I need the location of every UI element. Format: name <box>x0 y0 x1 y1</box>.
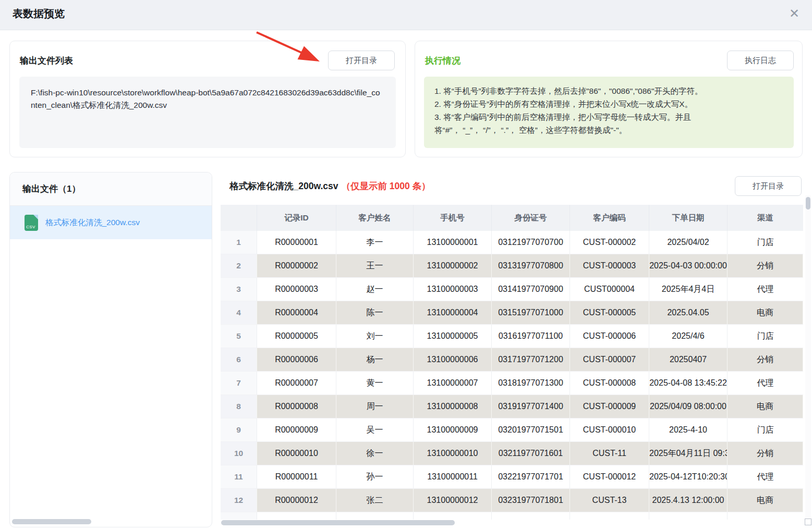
output-files-header: 输出文件（1） <box>10 172 212 206</box>
table-cell: CUST-000002 <box>570 231 649 254</box>
table-row: 12R00000012张二1310000001203231977071801CU… <box>221 489 803 512</box>
table-cell <box>257 512 336 520</box>
table-data-preview-modal: 表数据预览 ✕ 输出文件列表 打开目录 F:\fish-pc-win10\res… <box>0 0 812 530</box>
table-row: 4R00000004陈一1310000000403151977071000CUS… <box>221 301 803 325</box>
open-directory-button[interactable]: 打开目录 <box>328 51 395 70</box>
table-row: 6R00000006杨一1310000000603171977071200CUS… <box>221 348 803 372</box>
table-cell: 03141977070900 <box>492 278 570 301</box>
table-row: 11R00000011孙一1310000001103221977071701CU… <box>221 465 803 489</box>
table-cell: 代理 <box>728 372 803 395</box>
table-cell: R00000003 <box>257 278 336 301</box>
table-cell: 13100000003 <box>414 278 492 301</box>
table-row <box>221 512 803 520</box>
table-cell: R00000001 <box>257 231 336 254</box>
execution-log-button[interactable]: 执行日志 <box>727 51 794 70</box>
corner-header-cell <box>221 205 257 231</box>
table-row: 3R00000003赵一1310000000303141977070900CUS… <box>221 278 803 301</box>
table-row: 8R00000008周一1310000000803191977071400CUS… <box>221 395 803 418</box>
table-cell: 吴一 <box>336 418 414 442</box>
execution-step: 3. 将“客户编码”列中的前后空格清理掉，把小写字母统一转成大写。并且 <box>434 110 783 124</box>
table-cell: 徐一 <box>336 442 414 465</box>
table-cell: CUST-000008 <box>570 372 649 395</box>
table-cell: 2025-04-08 13:45:22 <box>649 372 728 395</box>
table-horizontal-scrollbar[interactable] <box>221 520 455 525</box>
table-cell: 13100000001 <box>414 231 492 254</box>
table-cell: 黄一 <box>336 372 414 395</box>
table-cell: 03161977071100 <box>492 325 570 348</box>
column-header: 手机号 <box>414 205 492 231</box>
table-cell: 03201977071501 <box>492 418 570 442</box>
table-scroll-area: 记录ID 客户姓名 手机号 身份证号 客户编码 下单日期 渠道 1R000000… <box>221 205 803 520</box>
table-cell: 03171977071200 <box>492 348 570 372</box>
table-cell: 周一 <box>336 395 414 418</box>
table-cell: 2025/04/09 08:00:00 <box>649 395 728 418</box>
scrollbar-corner <box>805 519 811 525</box>
data-table: 记录ID 客户姓名 手机号 身份证号 客户编码 下单日期 渠道 1R000000… <box>221 205 803 520</box>
table-cell: R00000002 <box>257 254 336 278</box>
table-cell: CUST-000009 <box>570 395 649 418</box>
table-row: 9R00000009吴一1310000000903201977071501CUS… <box>221 418 803 442</box>
table-cell: R00000010 <box>257 442 336 465</box>
table-cell: CUST000004 <box>570 278 649 301</box>
table-cell: 13100000002 <box>414 254 492 278</box>
open-directory-button-table[interactable]: 打开目录 <box>735 176 802 196</box>
file-list-item-selected[interactable]: CSV 格式标准化清洗_200w.csv <box>10 206 212 239</box>
row-number-cell: 7 <box>221 372 257 395</box>
table-cell: 赵一 <box>336 278 414 301</box>
row-number-cell: 10 <box>221 442 257 465</box>
sidebar-horizontal-scrollbar[interactable] <box>12 519 91 524</box>
column-header: 身份证号 <box>492 205 570 231</box>
table-cell: CUST-000003 <box>570 254 649 278</box>
row-number-cell <box>221 512 257 520</box>
row-number-cell: 2 <box>221 254 257 278</box>
row-number-cell: 4 <box>221 301 257 325</box>
table-cell: 03121977070700 <box>492 231 570 254</box>
table-cell: 13100000005 <box>414 325 492 348</box>
table-cell: 2025/04/02 <box>649 231 728 254</box>
table-cell: R00000008 <box>257 395 336 418</box>
vertical-scrollbar-thumb[interactable] <box>806 197 810 209</box>
table-row: 5R00000005刘一1310000000503161977071100CUS… <box>221 325 803 348</box>
page-title: 表数据预览 <box>13 7 65 21</box>
close-icon[interactable]: ✕ <box>785 4 804 23</box>
execution-steps: 1. 将“手机号”列非数字字符去掉，然后去掉"86"，"0086","086"开… <box>424 77 794 148</box>
table-cell: 03231977071801 <box>492 489 570 512</box>
csv-file-icon: CSV <box>25 215 38 231</box>
table-cell <box>570 512 649 520</box>
table-cell: 电商 <box>728 301 803 325</box>
table-cell: 电商 <box>728 395 803 418</box>
table-cell: R00000011 <box>257 465 336 489</box>
table-cell: 2025-04-03 00:00:00 <box>649 254 728 278</box>
column-header: 记录ID <box>257 205 336 231</box>
table-cell: CUST-000007 <box>570 348 649 372</box>
data-preview-panel: 格式标准化清洗_200w.csv（仅显示前 1000 条） 打开目录 记录ID … <box>221 172 803 527</box>
row-number-cell: 11 <box>221 465 257 489</box>
table-cell: 李一 <box>336 231 414 254</box>
column-header: 客户姓名 <box>336 205 414 231</box>
table-cell: 分销 <box>728 254 803 278</box>
table-cell: 门店 <box>728 231 803 254</box>
row-number-cell: 5 <box>221 325 257 348</box>
table-row: 1R00000001李一1310000000103121977070700CUS… <box>221 231 803 254</box>
table-row: 2R00000002王一1310000000203131977070800CUS… <box>221 254 803 278</box>
table-cell: 2025-4-10 <box>649 418 728 442</box>
table-cell: 分销 <box>728 442 803 465</box>
table-row: 7R00000007黄一1310000000703181977071300CUS… <box>221 372 803 395</box>
table-cell <box>336 512 414 520</box>
table-cell: 13100000010 <box>414 442 492 465</box>
table-cell: 03131977070800 <box>492 254 570 278</box>
table-cell: CUST-000010 <box>570 418 649 442</box>
file-name-link[interactable]: 格式标准化清洗_200w.csv <box>45 217 140 228</box>
table-title: 格式标准化清洗_200w.csv（仅显示前 1000 条） <box>229 180 431 192</box>
output-file-list-card: 输出文件列表 打开目录 F:\fish-pc-win10\resource\st… <box>9 41 406 157</box>
table-cell: R00000009 <box>257 418 336 442</box>
execution-step: 将“#”， “_”， “/”， “.”， 空格”，这些字符都替换成"-"。 <box>434 124 783 137</box>
row-number-cell: 12 <box>221 489 257 512</box>
table-cell: 03151977071000 <box>492 301 570 325</box>
table-cell: 王一 <box>336 254 414 278</box>
table-cell: 13100000011 <box>414 465 492 489</box>
table-cell: 13100000004 <box>414 301 492 325</box>
table-cell: 03191977071400 <box>492 395 570 418</box>
output-file-list-title: 输出文件列表 <box>20 55 73 67</box>
table-body: 1R00000001李一1310000000103121977070700CUS… <box>221 231 803 520</box>
